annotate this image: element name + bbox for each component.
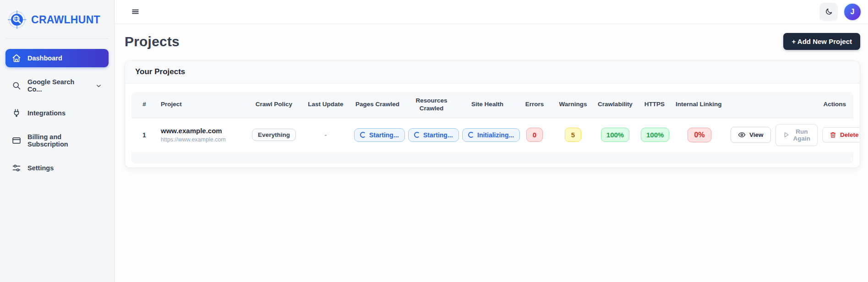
sidebar-nav: Dashboard Google Search Co... Integratio… <box>5 49 109 177</box>
eye-icon <box>738 131 746 139</box>
your-projects-card: Your Projects # Project Crawl Policy <box>125 60 860 168</box>
search-icon <box>12 81 21 90</box>
crawl-policy-badge: Everything <box>252 129 296 141</box>
projects-table: # Project Crawl Policy Last Update Pages… <box>131 92 853 152</box>
col-last-update: Last Update <box>301 92 350 118</box>
sidebar-item-billing[interactable]: Billing and Subscription <box>5 129 109 152</box>
delete-button[interactable]: Delete <box>822 127 860 142</box>
col-project: Project <box>157 92 247 118</box>
col-pages-crawled: Pages Crawled <box>350 92 404 118</box>
spinner-icon <box>360 132 366 138</box>
main-area: J Projects + Add New Project Your Projec… <box>115 0 868 282</box>
view-button[interactable]: View <box>731 127 771 143</box>
sidebar: CRAWLHUNT Dashboard Google Search Co... … <box>0 0 115 282</box>
trash-icon <box>830 131 836 138</box>
col-index: # <box>131 92 157 118</box>
col-crawlability: Crawlability <box>593 92 637 118</box>
last-update-value: - <box>325 131 327 139</box>
page-title: Projects <box>125 34 180 49</box>
col-crawl-policy: Crawl Policy <box>247 92 301 118</box>
sidebar-item-label: Integrations <box>27 109 66 117</box>
row-index: 1 <box>142 131 146 139</box>
home-icon <box>12 54 21 63</box>
col-warnings: Warnings <box>553 92 593 118</box>
pages-crawled-badge: Starting... <box>354 128 405 142</box>
col-actions: Actions <box>727 92 853 118</box>
spinner-icon <box>468 132 474 138</box>
https-badge: 100% <box>641 128 669 142</box>
col-https: HTTPS <box>637 92 672 118</box>
moon-icon <box>825 8 833 16</box>
sidebar-item-settings[interactable]: Settings <box>5 159 109 177</box>
crawlability-badge: 100% <box>601 128 629 142</box>
avatar[interactable]: J <box>844 4 861 20</box>
resources-crawled-badge: Starting... <box>408 128 459 142</box>
sidebar-item-label: Google Search Co... <box>27 78 89 93</box>
brand-name: CRAWLHUNT <box>31 14 100 26</box>
spinner-icon <box>414 132 420 138</box>
dark-mode-toggle[interactable] <box>819 3 838 21</box>
card-title: Your Projects <box>135 67 850 76</box>
project-url: https://www.example.com <box>161 136 243 143</box>
sliders-icon <box>12 163 21 173</box>
site-health-badge: Initializing... <box>462 128 520 142</box>
sidebar-item-google-search-console[interactable]: Google Search Co... <box>5 74 109 98</box>
table-row: 1 www.example.com https://www.example.co… <box>131 118 853 152</box>
table-footer-strip <box>131 152 853 164</box>
crawlhunt-logo-icon <box>7 10 27 29</box>
internal-linking-badge: 0% <box>688 128 711 142</box>
errors-badge: 0 <box>526 128 543 142</box>
sidebar-item-dashboard[interactable]: Dashboard <box>5 49 109 67</box>
menu-icon[interactable] <box>129 5 142 18</box>
warnings-badge: 5 <box>565 128 581 142</box>
play-icon <box>783 131 790 138</box>
sidebar-item-label: Billing and Subscription <box>27 133 102 148</box>
projects-table-wrap: # Project Crawl Policy Last Update Pages… <box>125 83 860 168</box>
plug-icon <box>12 108 21 118</box>
sidebar-item-label: Dashboard <box>27 54 62 62</box>
table-header-row: # Project Crawl Policy Last Update Pages… <box>131 92 853 118</box>
add-new-project-button[interactable]: + Add New Project <box>783 33 860 50</box>
sidebar-item-integrations[interactable]: Integrations <box>5 104 109 122</box>
col-internal-linking: Internal Linking <box>672 92 727 118</box>
col-site-health: Site Health <box>459 92 516 118</box>
run-again-button[interactable]: Run Again <box>775 124 818 146</box>
brand-logo: CRAWLHUNT <box>5 0 109 39</box>
page-content: Projects + Add New Project Your Projects… <box>115 24 868 168</box>
project-name: www.example.com <box>161 127 243 135</box>
sidebar-item-label: Settings <box>27 164 54 172</box>
chevron-down-icon <box>95 82 102 89</box>
col-resources-crawled: Resources Crawled <box>404 92 459 118</box>
col-errors: Errors <box>516 92 553 118</box>
topbar: J <box>115 0 868 24</box>
credit-card-icon <box>12 136 21 145</box>
